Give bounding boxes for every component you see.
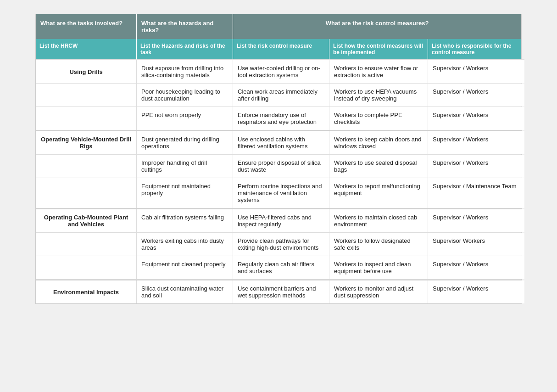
table-row: Workers exiting cabs into dusty areasPro… <box>36 233 521 256</box>
table-row: Using DrillsDust exposure from drilling … <box>36 60 521 84</box>
cell-hazard: Workers exiting cabs into dusty areas <box>137 233 233 256</box>
cell-responsible: Supervisor / Workers <box>428 280 524 303</box>
cell-implementation: Workers to maintain closed cab environme… <box>329 209 428 232</box>
sub-header-col4: List how the control measures will be im… <box>329 39 428 60</box>
cell-responsible: Supervisor Workers <box>428 233 524 256</box>
table-row: Improper handling of drill cuttingsEnsur… <box>36 155 521 178</box>
top-header: What are the tasks involved? What are th… <box>36 14 521 39</box>
top-header-col3: What are the risk control measures? <box>233 14 521 39</box>
cell-hazard: Equipment not cleaned properly <box>137 256 233 279</box>
cell-implementation: Workers to inspect and clean equipment b… <box>329 256 428 279</box>
cell-control: Use water-cooled drilling or on-tool ext… <box>233 60 329 83</box>
cell-responsible: Supervisor / Workers <box>428 155 524 178</box>
cell-task: Environmental Impacts <box>36 280 137 303</box>
table-row: Environmental ImpactsSilica dust contami… <box>36 280 521 303</box>
sub-header-col1: List the HRCW <box>36 39 137 60</box>
cell-responsible: Supervisor / Workers <box>428 209 524 232</box>
cell-control: Provide clean pathways for exiting high-… <box>233 233 329 256</box>
cell-control: Enforce mandatory use of respirators and… <box>233 107 329 130</box>
cell-task <box>36 233 137 256</box>
cell-hazard: Cab air filtration systems failing <box>137 209 233 232</box>
sub-header-col3: List the risk control measure <box>233 39 329 60</box>
cell-hazard: Dust exposure from drilling into silica-… <box>137 60 233 83</box>
cell-hazard: Improper handling of drill cuttings <box>137 155 233 178</box>
sub-header-col2: List the Hazards and risks of the task <box>137 39 233 60</box>
cell-hazard: Dust generated during drilling operation… <box>137 131 233 154</box>
table-row: Operating Cab-Mounted Plant and Vehicles… <box>36 208 521 233</box>
cell-task <box>36 155 137 178</box>
cell-responsible: Supervisor / Workers <box>428 60 524 83</box>
sub-header: List the HRCW List the Hazards and risks… <box>36 39 521 60</box>
top-header-col1: What are the tasks involved? <box>36 14 137 39</box>
cell-implementation: Workers to use HEPA vacuums instead of d… <box>329 84 428 106</box>
cell-task: Using Drills <box>36 60 137 83</box>
cell-control: Use enclosed cabins with filtered ventil… <box>233 131 329 154</box>
sub-header-col5: List who is responsible for the control … <box>428 39 524 60</box>
main-table-wrapper: What are the tasks involved? What are th… <box>35 14 522 304</box>
cell-control: Perform routine inspections and maintena… <box>233 178 329 208</box>
table-row: Operating Vehicle-Mounted Drill RigsDust… <box>36 130 521 155</box>
cell-responsible: Supervisor / Workers <box>428 131 524 154</box>
table-row: Equipment not cleaned properlyRegularly … <box>36 256 521 280</box>
cell-implementation: Workers to use sealed disposal bags <box>329 155 428 178</box>
cell-task <box>36 178 137 208</box>
cell-hazard: Poor housekeeping leading to dust accumu… <box>137 84 233 106</box>
table-row: PPE not worn properlyEnforce mandatory u… <box>36 107 521 130</box>
cell-responsible: Supervisor / Workers <box>428 256 524 279</box>
cell-hazard: Equipment not maintained properly <box>137 178 233 208</box>
cell-control: Regularly clean cab air filters and surf… <box>233 256 329 279</box>
cell-control: Clean work areas immediately after drill… <box>233 84 329 106</box>
cell-hazard: PPE not worn properly <box>137 107 233 130</box>
table-row: Equipment not maintained properlyPerform… <box>36 178 521 208</box>
cell-task: Operating Cab-Mounted Plant and Vehicles <box>36 209 137 232</box>
cell-responsible: Supervisor / Workers <box>428 107 524 130</box>
cell-control: Ensure proper disposal of silica dust wa… <box>233 155 329 178</box>
table-body: Using DrillsDust exposure from drilling … <box>36 60 521 303</box>
top-header-col2: What are the hazards and risks? <box>137 14 233 39</box>
cell-task <box>36 256 137 279</box>
cell-responsible: Supervisor / Maintenance Team <box>428 178 524 208</box>
cell-implementation: Workers to keep cabin doors and windows … <box>329 131 428 154</box>
cell-task: Operating Vehicle-Mounted Drill Rigs <box>36 131 137 154</box>
cell-control: Use HEPA-filtered cabs and inspect regul… <box>233 209 329 232</box>
cell-task <box>36 84 137 106</box>
cell-implementation: Workers to monitor and adjust dust suppr… <box>329 280 428 303</box>
cell-responsible: Supervisor / Workers <box>428 84 524 106</box>
cell-control: Use containment barriers and wet suppres… <box>233 280 329 303</box>
table-row: Poor housekeeping leading to dust accumu… <box>36 84 521 107</box>
cell-implementation: Workers to complete PPE checklists <box>329 107 428 130</box>
cell-hazard: Silica dust contaminating water and soil <box>137 280 233 303</box>
cell-implementation: Workers to report malfunctioning equipme… <box>329 178 428 208</box>
cell-implementation: Workers to ensure water flow or extracti… <box>329 60 428 83</box>
cell-task <box>36 107 137 130</box>
cell-implementation: Workers to follow designated safe exits <box>329 233 428 256</box>
